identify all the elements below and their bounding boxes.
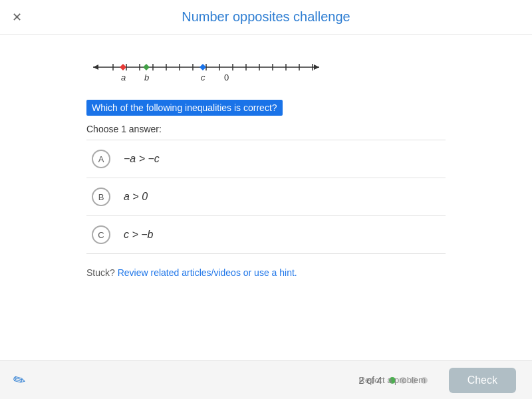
footer-left: ✎ bbox=[13, 372, 25, 389]
number-line-container: a b c 0 bbox=[86, 57, 446, 84]
hint-section: Stuck? Review related articles/videos or… bbox=[86, 267, 446, 278]
page-title: Number opposites challenge bbox=[182, 9, 350, 25]
svg-text:c: c bbox=[201, 72, 205, 82]
option-c-text: c > −b bbox=[124, 229, 153, 241]
svg-marker-21 bbox=[143, 64, 150, 70]
svg-text:a: a bbox=[121, 72, 126, 82]
check-button[interactable]: Check bbox=[449, 368, 516, 393]
svg-text:b: b bbox=[144, 72, 149, 82]
option-b-text: a > 0 bbox=[124, 191, 148, 203]
svg-marker-23 bbox=[200, 64, 206, 70]
question-text: Which of the following inequalities is c… bbox=[86, 100, 283, 116]
pencil-icon[interactable]: ✎ bbox=[10, 370, 29, 391]
option-b[interactable]: B a > 0 bbox=[86, 178, 446, 216]
report-problem-link[interactable]: Report a problem bbox=[359, 375, 426, 385]
choose-label: Choose 1 answer: bbox=[86, 124, 446, 134]
options-list: A −a > −c B a > 0 C c > −b bbox=[86, 140, 446, 254]
main-content: a b c 0 Which of the following inequalit… bbox=[0, 35, 532, 360]
option-a[interactable]: A −a > −c bbox=[86, 140, 446, 178]
option-a-circle: A bbox=[92, 150, 110, 168]
option-a-text: −a > −c bbox=[124, 153, 160, 165]
option-c-circle: C bbox=[92, 225, 110, 244]
footer: ✎ Report a problem 2 of 4 Check bbox=[0, 360, 532, 399]
svg-marker-19 bbox=[120, 64, 126, 70]
close-button[interactable]: ✕ bbox=[12, 11, 22, 23]
option-c[interactable]: C c > −b bbox=[86, 216, 446, 254]
option-b-circle: B bbox=[92, 188, 110, 206]
number-line: a b c 0 bbox=[86, 57, 332, 84]
svg-marker-1 bbox=[93, 65, 98, 70]
hint-prefix: Stuck? bbox=[86, 267, 115, 278]
svg-text:0: 0 bbox=[224, 72, 229, 82]
hint-link[interactable]: Review related articles/videos or use a … bbox=[118, 267, 297, 278]
header: ✕ Number opposites challenge bbox=[0, 0, 532, 35]
svg-marker-2 bbox=[314, 65, 319, 70]
